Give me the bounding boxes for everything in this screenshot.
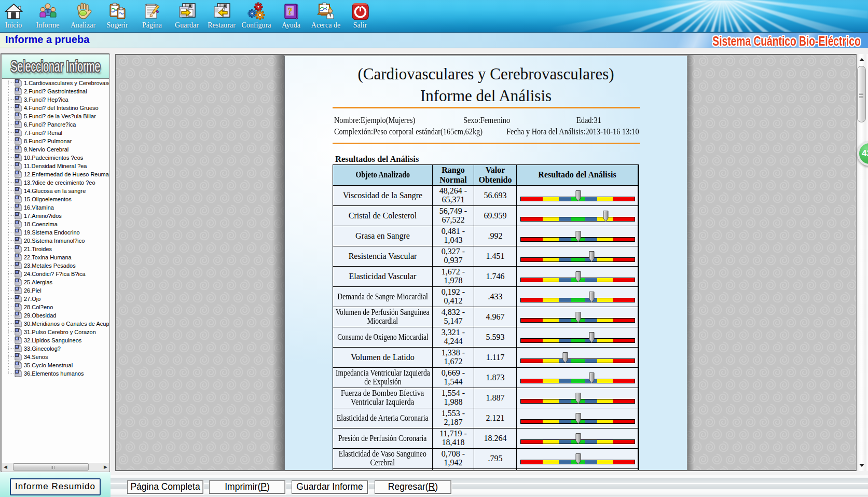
svg-text:?: ? (287, 6, 292, 17)
